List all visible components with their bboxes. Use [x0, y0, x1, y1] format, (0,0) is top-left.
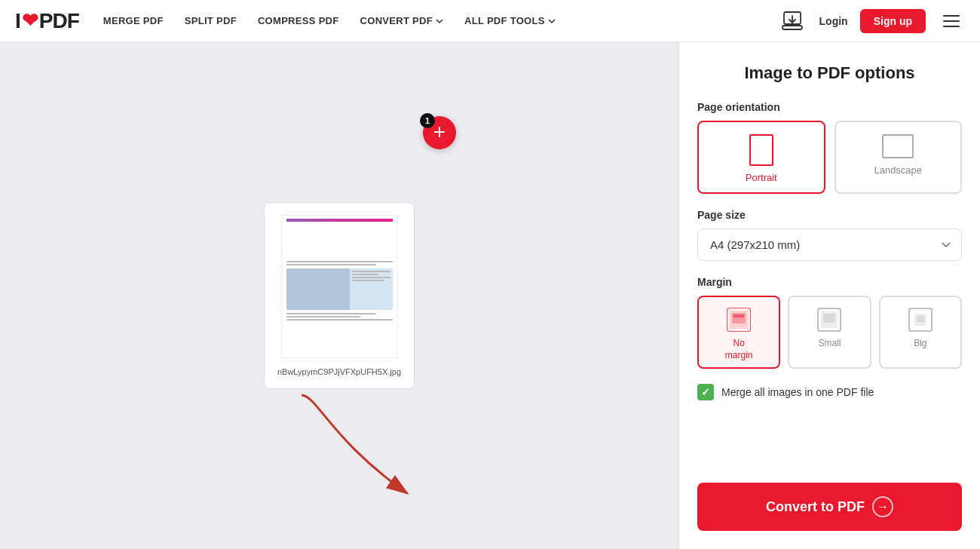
file-card: nBwLypymC9PJjVFXpUFH5X.jpg — [264, 202, 415, 389]
panel-title: Image to PDF options — [697, 63, 962, 83]
big-margin-label: Big — [914, 338, 926, 350]
thumb-img-left — [286, 268, 351, 310]
big-margin-button[interactable]: Big — [879, 296, 962, 369]
convert-btn-label: Convert to PDF — [766, 499, 865, 515]
no-margin-label: Nomargin — [725, 338, 753, 361]
logo-pdf: PDF — [39, 9, 79, 33]
convert-to-pdf-button[interactable]: Convert to PDF → — [697, 483, 962, 531]
logo-heart-icon: ❤ — [22, 9, 38, 32]
nav-split-pdf[interactable]: SPLIT PDF — [185, 15, 237, 26]
thumb-text-lines — [286, 261, 393, 265]
no-margin-button[interactable]: Nomargin — [697, 296, 780, 369]
thumb-line — [352, 277, 390, 278]
orientation-group: Portrait Landscape — [697, 121, 962, 194]
login-button[interactable]: Login — [819, 15, 848, 27]
convert-btn-circle-icon: → — [872, 496, 893, 517]
nav-links: MERGE PDF SPLIT PDF COMPRESS PDF CONVERT… — [103, 15, 753, 26]
svg-rect-0 — [782, 26, 802, 29]
logo-i: I — [15, 9, 20, 33]
page-size-select[interactable]: A4 (297x210 mm) Letter (215.9x279.4 mm) … — [697, 228, 962, 261]
svg-rect-7 — [733, 314, 744, 317]
landscape-button[interactable]: Landscape — [835, 121, 963, 194]
thumb-top — [282, 216, 397, 258]
landscape-icon — [882, 134, 914, 158]
page-orientation-section: Page orientation Portrait Landscape — [697, 101, 962, 194]
no-margin-icon — [725, 306, 752, 333]
thumb-line — [352, 271, 390, 272]
small-margin-button[interactable]: Small — [788, 296, 871, 369]
hamburger-line-2 — [943, 20, 960, 22]
arrow-svg — [286, 380, 422, 501]
thumb-purple-bar — [286, 219, 393, 222]
merge-label: Merge all images in one PDF file — [721, 386, 874, 398]
arrow-indicator — [286, 380, 422, 504]
small-margin-label: Small — [818, 338, 841, 350]
logo[interactable]: I❤PDF — [15, 9, 79, 33]
margin-section: Margin Nomargin — [697, 276, 962, 369]
margin-label: Margin — [697, 276, 962, 288]
thumb-img-placeholder — [286, 268, 393, 310]
portrait-icon — [749, 134, 773, 166]
thumb-text-lines-2 — [286, 313, 393, 321]
convert-dropdown-icon — [436, 17, 443, 25]
add-file-button[interactable]: 1 + — [423, 116, 456, 149]
checkmark-icon: ✓ — [701, 386, 710, 398]
margin-group: Nomargin Small — [697, 296, 962, 369]
left-panel: 1 + — [0, 42, 678, 549]
file-thumbnail — [281, 215, 398, 358]
signup-button[interactable]: Sign up — [860, 9, 926, 33]
desktop-download-icon — [780, 9, 804, 33]
nav-merge-pdf[interactable]: MERGE PDF — [103, 15, 164, 26]
thumb-line — [352, 274, 378, 275]
thumb-img-right — [350, 268, 392, 310]
thumb-line — [286, 261, 393, 262]
page-size-label: Page size — [697, 209, 962, 221]
plus-icon: + — [433, 121, 446, 143]
portrait-label: Portrait — [746, 172, 777, 183]
all-tools-dropdown-icon — [548, 17, 556, 25]
thumb-line — [352, 280, 384, 281]
svg-rect-13 — [917, 316, 924, 322]
header-right: Login Sign up — [777, 6, 965, 36]
file-count-badge: 1 — [420, 113, 435, 128]
nav-compress-pdf[interactable]: COMPRESS PDF — [258, 15, 339, 26]
hamburger-line-1 — [943, 15, 960, 17]
thumb-line — [286, 316, 361, 317]
nav-all-pdf-tools[interactable]: ALL PDF TOOLS — [464, 15, 556, 26]
thumb-line — [286, 264, 377, 265]
convert-arrow-icon: → — [877, 500, 889, 514]
thumb-line — [286, 313, 377, 314]
svg-rect-10 — [823, 314, 835, 323]
download-icon-btn[interactable] — [777, 6, 807, 36]
right-panel: Image to PDF options Page orientation Po… — [678, 42, 980, 549]
header: I❤PDF MERGE PDF SPLIT PDF COMPRESS PDF C… — [0, 0, 980, 42]
nav-convert-pdf[interactable]: CONVERT PDF — [360, 15, 443, 26]
hamburger-menu-button[interactable] — [938, 8, 965, 35]
merge-checkbox-row: ✓ Merge all images in one PDF file — [697, 384, 962, 400]
page-size-section: Page size A4 (297x210 mm) Letter (215.9x… — [697, 209, 962, 261]
small-margin-icon — [816, 306, 843, 333]
hamburger-line-3 — [943, 26, 960, 27]
thumb-line — [286, 319, 393, 321]
file-name: nBwLypymC9PJjVFXpUFH5X.jpg — [277, 367, 401, 376]
merge-checkbox[interactable]: ✓ — [697, 384, 714, 400]
big-margin-icon — [907, 306, 934, 333]
thumb-content — [282, 258, 397, 357]
portrait-button[interactable]: Portrait — [697, 121, 825, 194]
page-orientation-label: Page orientation — [697, 101, 962, 113]
main-layout: 1 + — [0, 42, 980, 549]
landscape-label: Landscape — [874, 164, 922, 176]
